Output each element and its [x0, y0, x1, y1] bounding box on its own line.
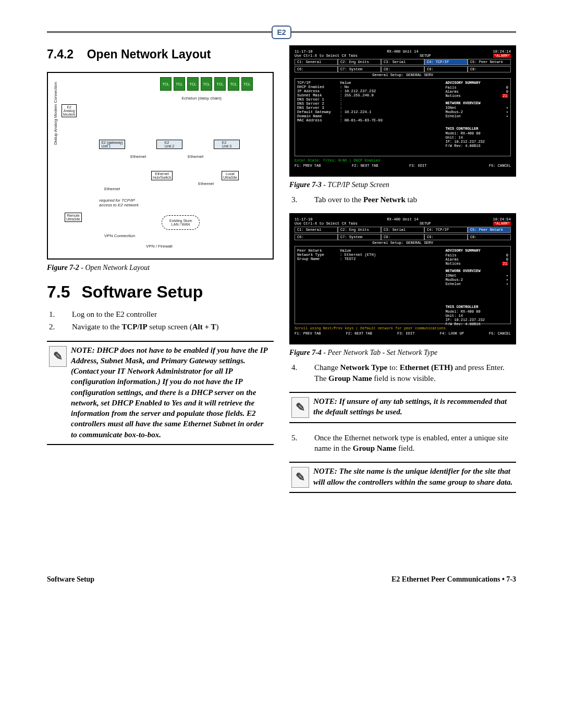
- columns: 7.4.2 Open Network Layout TCL TCL TCL TC…: [47, 45, 516, 502]
- figure-7-4-caption: Figure 7-4 - Peer Network Tab - Set Netw…: [289, 349, 516, 357]
- list-item: 3.Tab over to the Peer Netwrk tab: [314, 194, 516, 205]
- heading-title: Open Network Layout: [87, 47, 211, 61]
- e2-unit-3: E2 Unit 3: [214, 140, 240, 149]
- page: E2 7.4.2 Open Network Layout TCL TCL TCL…: [47, 0, 516, 599]
- term-date: 11-17-10: [295, 217, 313, 221]
- term-row: DHCP Enabled: No: [297, 85, 442, 89]
- left-column: 7.4.2 Open Network Layout TCL TCL TCL TC…: [47, 45, 274, 502]
- vpn-firewall-label: VPN / Firewall: [146, 244, 173, 249]
- advisory-summary-hdr: ADVISORY SUMMARY: [445, 81, 508, 85]
- list-item: 5.Once the Ethernet network type is enab…: [314, 433, 516, 454]
- term-tab: C2: Eng Units: [338, 227, 381, 233]
- term-row: MAC Address: 00-01-45-03-7E-98: [297, 118, 442, 122]
- note-text: NOTE: The site name is the unique identi…: [313, 466, 514, 487]
- term-row: TCP/IPValue: [297, 81, 442, 85]
- note-text: NOTE: If unsure of any tab settings, it …: [313, 396, 514, 417]
- term-tab-instr: Use Ctrl-X to Select CX Tabs: [295, 221, 358, 226]
- tcl-box: TCL: [214, 77, 226, 91]
- term-setup: SETUP: [420, 54, 431, 58]
- term-tab: C1: General: [295, 59, 338, 65]
- list-item: 4.Change Network Type to: Ethernet (ETH)…: [314, 362, 516, 384]
- term-row: DNS Server 1:: [297, 97, 442, 102]
- term-info-line: F/W Rev: 4.00B16: [445, 322, 508, 326]
- caption-text: - TCP/IP Setup Screen: [322, 181, 389, 189]
- ethernet-label: Ethernet: [130, 154, 146, 159]
- term-side-row: Modbus-2•: [445, 278, 508, 282]
- term-side-row: Echelon•: [445, 114, 508, 118]
- tcl-box: TCL: [174, 77, 185, 91]
- term-alarm: *ALARM*: [493, 54, 511, 58]
- header-rule: E2: [47, 31, 516, 33]
- term-info-line: IP: 10.212.237.232: [445, 318, 508, 322]
- term-alarm: *ALARM*: [493, 221, 511, 226]
- heading-number: 7.5: [47, 282, 70, 302]
- step-3: 3.Tab over to the Peer Netwrk tab: [289, 194, 516, 205]
- e2-unit-2: E2 Unit 2: [156, 140, 182, 149]
- figure-7-2-diagram: TCL TCL TCL TCL TCL TCL TCL Echelon (dai…: [47, 72, 274, 260]
- term-fkey: F5: CANCEL: [489, 331, 511, 336]
- ethernet-label: Ethernet: [104, 187, 120, 191]
- term-row: Domain Name:: [297, 114, 442, 118]
- term-fkey: F1: PREV TAB: [295, 164, 321, 168]
- term-title: General Setup: GENERAL SERV: [295, 241, 511, 245]
- term-tab: C6:: [295, 66, 338, 72]
- pencil-icon: ✎: [49, 346, 67, 367]
- term-side-row: Notices21: [445, 94, 508, 98]
- term-side-row: IONet•: [445, 274, 508, 278]
- note-dhcp: ✎ NOTE: DHCP does not have to be enabled…: [47, 341, 274, 445]
- caption-text: - Peer Network Tab - Set Network Type: [322, 349, 437, 356]
- term-info-line: Unit: 14: [445, 135, 508, 140]
- term-row: Default Gateway: 10.212.224.1: [297, 110, 442, 114]
- vpn-connection-label: VPN Connection: [104, 233, 135, 238]
- term-footer-state: Enter State: Y=Yes; N=NO | DHCP Enabled: [295, 158, 511, 163]
- list-num: 3.: [303, 194, 314, 205]
- tcl-box: TCL: [241, 77, 253, 91]
- term-row: DNS Server 3:: [297, 106, 442, 110]
- tcl-box: TCL: [187, 77, 199, 91]
- term-time: 19:24:54: [493, 217, 511, 221]
- footer-left: Software Setup: [47, 575, 94, 584]
- term-side-row: Fails0: [445, 253, 508, 257]
- term-tab-instr: Use Ctrl-X to Select CX Tabs: [295, 54, 358, 58]
- pencil-icon: ✎: [291, 467, 309, 488]
- list-num: 1.: [60, 309, 72, 319]
- term-row: DNS Server 2:: [297, 102, 442, 106]
- hub-switch-box: Ethernet Hub/Switch: [151, 171, 173, 180]
- tcl-box: TCL: [201, 77, 212, 91]
- term-fkey: F5: CANCEL: [489, 164, 511, 168]
- term-footer-state: Scroll using Next/Prev keys | Default ne…: [295, 326, 511, 330]
- heading-number: 7.4.2: [47, 47, 74, 61]
- note-default-settings: ✎ NOTE: If unsure of any tab settings, i…: [289, 392, 516, 423]
- term-fkey: F3: EDIT: [409, 164, 427, 168]
- term-model: RX-400 Unit 14: [387, 217, 418, 221]
- heading-7-5: 7.5Software Setup: [47, 282, 274, 302]
- this-controller-hdr: THIS CONTROLLER: [445, 305, 508, 309]
- term-date: 11-17-10: [295, 50, 313, 54]
- figure-7-2-caption: Figure 7-2 - Open Network Layout: [47, 264, 274, 272]
- tcl-box: TCL: [160, 77, 172, 91]
- term-side-row: Echelon•: [445, 282, 508, 286]
- term-fkey: F2: NEXT TAB: [346, 331, 372, 336]
- echelon-label: Echelon (daisy chain): [182, 96, 222, 101]
- list-num: 4.: [303, 362, 314, 373]
- step-5: 5.Once the Ethernet network type is enab…: [289, 433, 516, 454]
- figure-7-3-caption: Figure 7-3 - TCP/IP Setup Screen: [289, 181, 516, 189]
- term-tab: C0:: [468, 234, 511, 240]
- term-time: 19:24:14: [493, 50, 511, 54]
- term-tab: C6:: [295, 234, 338, 240]
- term-tab: C1: General: [295, 227, 338, 233]
- term-tab: C5: Peer Netwrk: [468, 59, 511, 65]
- term-side-row: Alarms0: [445, 90, 508, 94]
- term-setup: SETUP: [420, 221, 431, 226]
- term-title: General Setup: GENERAL SERV: [295, 73, 511, 77]
- pencil-icon: ✎: [291, 397, 309, 418]
- e2-unit-1: E2 (gateway) Unit 1: [99, 140, 125, 149]
- term-tab: C5: Peer Netwrk: [468, 227, 511, 233]
- this-controller-hdr: THIS CONTROLLER: [445, 127, 508, 131]
- term-fkey: F1: PREV TAB: [295, 331, 321, 336]
- e2-logo-icon: E2: [272, 26, 291, 39]
- term-info-line: Unit: 14: [445, 314, 508, 318]
- heading-title: Software Setup: [81, 282, 203, 301]
- list-item: 2.Navigate to the TCP/IP setup screen (A…: [72, 322, 274, 332]
- term-tab: C4: TCP/IP: [424, 227, 468, 233]
